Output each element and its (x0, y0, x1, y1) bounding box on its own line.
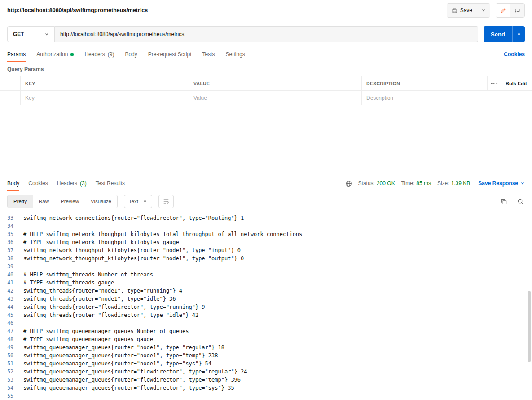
tab-label: Cookies (28, 180, 48, 187)
line-number: 33 (0, 214, 18, 222)
response-body-viewer[interactable]: 33swiftmq_network_connections{router="fl… (0, 212, 532, 400)
code-line: 35# HELP swiftmq_network_thoughput_kilob… (0, 230, 532, 238)
code-line: 42swiftmq_threads{router="node1", type="… (0, 287, 532, 295)
view-pretty-button[interactable]: Pretty (8, 195, 33, 208)
tab-tests[interactable]: Tests (202, 47, 215, 62)
param-value-input[interactable] (193, 95, 357, 101)
status-badge: 200 OK (377, 180, 395, 187)
tab-test-results[interactable]: Test Results (96, 176, 125, 191)
request-body-empty-area (0, 105, 532, 176)
line-text: swiftmq_queuemanager_queues{router="flow… (23, 376, 241, 384)
save-response-button[interactable]: Save Response (478, 180, 525, 187)
edit-icon (500, 8, 506, 13)
comment-button[interactable] (510, 4, 524, 17)
response-view-switcher: Pretty Raw Preview Visualize (7, 195, 118, 208)
more-options-icon (491, 82, 498, 85)
tab-body[interactable]: Body (125, 47, 137, 62)
code-line: 47# HELP swiftmq_queuemanager_queues Num… (0, 327, 532, 335)
cookies-link[interactable]: Cookies (504, 51, 525, 58)
status-label: Status: (358, 180, 375, 187)
send-options-button[interactable] (512, 26, 525, 42)
line-text: swiftmq_threads{router="flowdirector", t… (23, 311, 198, 319)
tab-pre-request-script[interactable]: Pre-request Script (148, 47, 192, 62)
line-text: # TYPE swiftmq_threads gauge (23, 279, 114, 287)
param-key-input[interactable] (25, 95, 184, 101)
chevron-down-icon (143, 199, 147, 204)
tab-response-body[interactable]: Body (7, 176, 19, 191)
save-button-label: Save (460, 7, 472, 13)
tab-headers[interactable]: Headers (9) (84, 47, 114, 62)
line-text: # HELP swiftmq_network_thoughput_kilobyt… (23, 230, 302, 238)
save-options-button[interactable] (477, 4, 490, 17)
param-description-cell (361, 91, 532, 105)
line-number: 35 (0, 230, 18, 238)
bulk-edit-button[interactable]: Bulk Edit (501, 76, 532, 90)
vertical-scrollbar[interactable] (528, 291, 531, 362)
response-section: Body Cookies Headers (3) Test Results St… (0, 176, 532, 400)
tab-label: Params (7, 51, 26, 58)
line-text: swiftmq_queuemanager_queues{router="node… (23, 351, 218, 360)
code-line: 38swiftmq_network_thoughput_kilobytes{ro… (0, 254, 532, 262)
tab-response-cookies[interactable]: Cookies (28, 176, 48, 191)
row-handle-cell (0, 91, 20, 105)
more-options-button[interactable] (487, 76, 501, 90)
copy-icon (501, 198, 507, 205)
line-text: swiftmq_queuemanager_queues{router="flow… (23, 368, 247, 376)
search-button[interactable] (516, 197, 525, 206)
save-button[interactable]: Save (447, 4, 477, 17)
edit-button[interactable] (496, 4, 510, 17)
line-number: 34 (0, 222, 18, 230)
url-input[interactable] (55, 26, 478, 42)
line-text: swiftmq_threads{router="flowdirector", t… (23, 303, 205, 311)
response-status: Status: 200 OK (358, 180, 395, 187)
param-description-input[interactable] (366, 95, 528, 101)
line-text: swiftmq_queuemanager_queues{router="node… (23, 360, 211, 368)
send-button[interactable]: Send (484, 26, 512, 42)
tab-params[interactable]: Params (7, 47, 26, 62)
line-text: # HELP swiftmq_queuemanager_queues Numbe… (23, 327, 189, 335)
request-tabs: Params Authorization Headers (9) Body Pr… (0, 47, 532, 62)
line-number: 44 (0, 303, 18, 311)
code-line: 45swiftmq_threads{router="flowdirector",… (0, 311, 532, 319)
line-number: 37 (0, 246, 18, 254)
param-key-cell (20, 91, 189, 105)
view-preview-button[interactable]: Preview (55, 195, 85, 208)
time-value: 85 ms (416, 180, 431, 187)
code-line: 36# TYPE swiftmq_network_thoughput_kilob… (0, 238, 532, 246)
code-line: 41# TYPE swiftmq_threads gauge (0, 279, 532, 287)
column-value: VALUE (189, 76, 361, 90)
line-text: swiftmq_queuemanager_queues{router="node… (23, 343, 224, 351)
edit-comment-group (496, 3, 525, 18)
line-text: # TYPE swiftmq_queuemanager_queues gauge (23, 335, 153, 343)
column-key: KEY (20, 76, 189, 90)
query-params-header: Query Params (0, 62, 532, 76)
tab-label: Test Results (96, 180, 125, 187)
code-line: 55 (0, 392, 532, 400)
save-response-label: Save Response (478, 180, 518, 187)
code-line: 46 (0, 319, 532, 327)
tab-response-headers[interactable]: Headers (3) (57, 176, 87, 191)
code-line: 33swiftmq_network_connections{router="fl… (0, 214, 532, 222)
line-text: swiftmq_threads{router="node1", type="ru… (23, 287, 182, 295)
format-select[interactable]: Text (124, 195, 152, 208)
request-title-bar: http://localhost:8080/api/swiftmqprometh… (0, 0, 532, 21)
code-line: 52swiftmq_queuemanager_queues{router="fl… (0, 368, 532, 376)
column-description-label: DESCRIPTION (366, 81, 400, 86)
method-select[interactable]: GET (7, 26, 55, 42)
view-raw-button[interactable]: Raw (33, 195, 55, 208)
chevron-down-icon (520, 181, 525, 186)
tab-settings[interactable]: Settings (226, 47, 245, 62)
line-number: 41 (0, 279, 18, 287)
globe-icon[interactable] (345, 180, 352, 187)
headers-count: (9) (108, 51, 114, 58)
copy-button[interactable] (500, 197, 508, 206)
request-url-row: GET Send (0, 21, 532, 47)
code-line: 48# TYPE swiftmq_queuemanager_queues gau… (0, 335, 532, 343)
wrap-text-button[interactable] (158, 195, 174, 208)
code-line: 43swiftmq_threads{router="node1", type="… (0, 295, 532, 303)
tab-authorization[interactable]: Authorization (36, 47, 74, 62)
save-button-group: Save (447, 3, 490, 18)
line-number: 46 (0, 319, 18, 327)
view-visualize-button[interactable]: Visualize (85, 195, 117, 208)
response-headers-count: (3) (80, 180, 87, 187)
